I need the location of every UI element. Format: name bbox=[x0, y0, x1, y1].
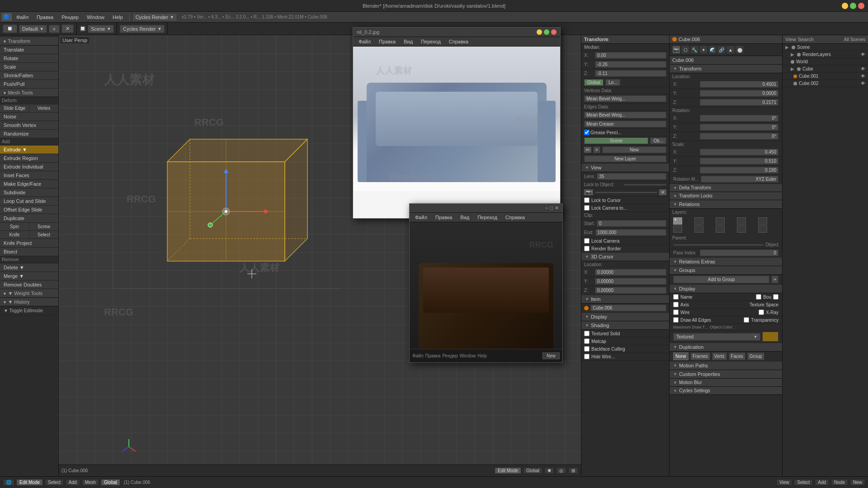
outliner-cube001[interactable]: Cube.001 👁 bbox=[783, 73, 868, 80]
loc-y-val[interactable]: 0.0000 bbox=[700, 90, 778, 97]
global-btn[interactable]: Global bbox=[584, 79, 604, 86]
popup-min-btn[interactable] bbox=[537, 29, 542, 35]
physics-prop-icon[interactable]: 🌊 bbox=[708, 46, 717, 54]
none-btn[interactable]: None bbox=[673, 352, 689, 360]
rot-y-val[interactable]: 0° bbox=[700, 124, 778, 131]
mesh-bottom-btn[interactable]: Mesh bbox=[82, 479, 99, 486]
popup2-max[interactable]: □ bbox=[550, 205, 553, 211]
extrude-region-btn[interactable]: Extrude Region bbox=[0, 154, 58, 163]
toggle-editmode[interactable]: ▼ Toggle Editmode bbox=[0, 306, 58, 315]
layer-3[interactable] bbox=[716, 217, 725, 225]
all-scenes-label[interactable]: All Scenes bbox=[844, 37, 865, 42]
textured-solid-check[interactable] bbox=[584, 331, 590, 336]
render-border-check[interactable] bbox=[584, 246, 590, 251]
add-layout-btn[interactable]: + bbox=[49, 25, 60, 33]
transparency-check[interactable] bbox=[744, 317, 749, 323]
add-to-group-btn[interactable]: Add to Group bbox=[673, 276, 769, 283]
display-section-title[interactable]: Display bbox=[581, 313, 669, 321]
xray-check[interactable] bbox=[759, 310, 764, 315]
ob-btn[interactable]: Ob... bbox=[650, 137, 666, 144]
popup-menu-view[interactable]: Вид bbox=[400, 38, 416, 45]
grease-pencil-check[interactable] bbox=[584, 130, 590, 135]
motion-paths-title[interactable]: Motion Paths bbox=[670, 361, 782, 370]
knife-btn[interactable]: Knife bbox=[0, 231, 29, 239]
axis-check[interactable] bbox=[673, 302, 679, 307]
rot-z-val[interactable]: 0° bbox=[700, 133, 778, 140]
group-btn[interactable]: Group bbox=[747, 352, 764, 360]
duplicate-btn[interactable]: Duplicate bbox=[0, 214, 58, 223]
local-btn[interactable]: Lo... bbox=[605, 79, 620, 86]
popup2-edit[interactable]: Правка bbox=[432, 214, 456, 221]
mean-crease-field[interactable]: Mean Crease: bbox=[584, 121, 666, 127]
cursor-3d-title[interactable]: 3D Cursor bbox=[581, 253, 669, 261]
knife-project-btn[interactable]: Knife Project bbox=[0, 239, 58, 248]
transform-prop-title[interactable]: Transform bbox=[670, 65, 782, 73]
node-btn[interactable]: Node bbox=[831, 479, 848, 486]
popup-menu-help[interactable]: Справка bbox=[445, 38, 472, 45]
search-label[interactable]: Search bbox=[798, 37, 814, 42]
extrude-individual-btn[interactable]: Extrude Individual bbox=[0, 163, 58, 171]
close-button[interactable] bbox=[858, 3, 864, 9]
backface-check[interactable] bbox=[584, 346, 590, 352]
screw-btn[interactable]: Screw bbox=[29, 223, 58, 231]
hide-wire-check[interactable] bbox=[584, 354, 590, 359]
remove-layout-btn[interactable]: ✕ bbox=[61, 24, 74, 33]
onion-btn[interactable]: ⊞ bbox=[568, 467, 578, 474]
blender-logo[interactable]: 🔵 bbox=[2, 13, 12, 21]
scale-btn[interactable]: Scale bbox=[0, 63, 58, 71]
layer-9[interactable] bbox=[737, 225, 746, 233]
transform-section-title[interactable]: Transform bbox=[0, 37, 58, 46]
make-edge-face-btn[interactable]: Make Edge/Face bbox=[0, 180, 58, 188]
menu-window[interactable]: Window bbox=[83, 14, 108, 21]
subdivide-btn[interactable]: Subdivide bbox=[0, 188, 58, 197]
global-local-btn[interactable]: Global bbox=[523, 467, 542, 474]
slide-edge-btn[interactable]: Slide Edge bbox=[0, 104, 29, 113]
layer-4[interactable] bbox=[737, 217, 746, 225]
draw-edges-check[interactable] bbox=[673, 317, 679, 323]
new-layer-btn[interactable]: New Layer bbox=[584, 155, 666, 162]
layer-6[interactable] bbox=[673, 225, 682, 233]
popup2-help[interactable]: Справка bbox=[502, 214, 528, 221]
remove-doubles-btn[interactable]: Remove Doubles bbox=[0, 281, 58, 289]
motion-blur-title[interactable]: Motion Blur bbox=[670, 379, 782, 387]
median-z-field[interactable]: -0.11 bbox=[595, 70, 666, 77]
popup2-view[interactable]: Вид bbox=[457, 214, 473, 221]
delete-btn[interactable]: Delete ▼ bbox=[0, 263, 58, 272]
outliner-renderlayers[interactable]: ▶ RenderLayers 👁 bbox=[783, 51, 868, 58]
renderlayers-eye[interactable]: 👁 bbox=[861, 52, 865, 57]
material-prop-icon[interactable]: ⬤ bbox=[736, 46, 744, 54]
push-pull-btn[interactable]: Push/Pull bbox=[0, 80, 58, 89]
item-name-field[interactable]: Cube.006 bbox=[590, 305, 666, 311]
transform-locks-title[interactable]: Transform Locks bbox=[670, 192, 782, 200]
matcap-check[interactable] bbox=[584, 338, 590, 344]
noise-btn[interactable]: Noise bbox=[0, 113, 58, 121]
layer-2[interactable] bbox=[694, 217, 703, 225]
object-prop-icon[interactable]: ⬡ bbox=[681, 46, 689, 54]
frames-btn[interactable]: Frames bbox=[690, 352, 710, 360]
merge-btn[interactable]: Merge ▼ bbox=[0, 272, 58, 281]
relations-extras-title[interactable]: Relations Extras bbox=[670, 258, 782, 266]
menu-render[interactable]: Рендер bbox=[58, 14, 82, 21]
display-prop-title[interactable]: Display bbox=[670, 285, 782, 293]
minimize-button[interactable] bbox=[842, 3, 848, 9]
mesh-tools-title[interactable]: Mesh Tools bbox=[0, 89, 58, 97]
render-engine[interactable]: Cycles Render ▼ bbox=[120, 25, 165, 33]
delta-transform-title[interactable]: Delta Transform bbox=[670, 184, 782, 192]
edit-mode-btn[interactable]: Edit Mode bbox=[495, 467, 521, 474]
shrink-fatten-btn[interactable]: Shrink/Fatten bbox=[0, 71, 58, 80]
popup2-new-btn[interactable]: New bbox=[542, 352, 560, 359]
display-loc-check[interactable] bbox=[773, 294, 778, 300]
item-section-title[interactable]: Item bbox=[581, 295, 669, 304]
outliner-world[interactable]: World bbox=[783, 58, 868, 66]
popup-menu-edit[interactable]: Правка bbox=[375, 38, 399, 45]
cube001-eye[interactable]: 👁 bbox=[861, 74, 865, 79]
cycles-settings-title[interactable]: Cycles Settings bbox=[670, 387, 782, 395]
layout-selector[interactable]: Default ▼ bbox=[19, 25, 47, 33]
outliner-cube002[interactable]: Cube.002 👁 bbox=[783, 80, 868, 87]
new-bottom-btn[interactable]: New bbox=[850, 479, 865, 486]
object-color-swatch[interactable] bbox=[762, 332, 778, 342]
add-r-btn[interactable]: Add bbox=[815, 479, 829, 486]
translate-btn[interactable]: Translate bbox=[0, 46, 58, 54]
select-bottom-btn[interactable]: Select bbox=[45, 479, 64, 486]
popup2-file[interactable]: Файл bbox=[411, 214, 431, 221]
